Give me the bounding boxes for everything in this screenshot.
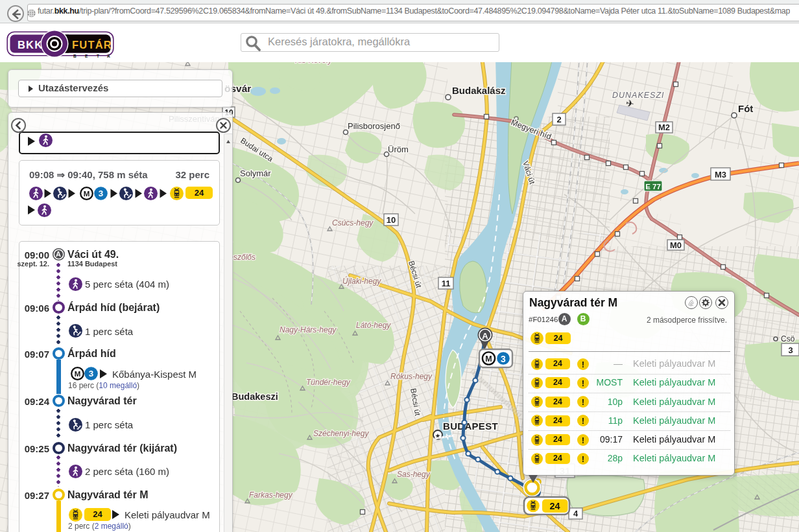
svg-text:A: A	[107, 54, 110, 58]
svg-text:Rókus-hegy: Rókus-hegy	[390, 372, 433, 381]
svg-text:2: 2	[556, 115, 561, 124]
svg-text:Üröm: Üröm	[388, 145, 409, 154]
svg-text:M3: M3	[715, 170, 726, 179]
svg-text:Fót: Fót	[738, 103, 753, 114]
svg-text:Pilisborosjenő: Pilisborosjenő	[348, 121, 400, 131]
svg-text:!: !	[582, 435, 585, 445]
svg-text:Tündér-hegy: Tündér-hegy	[306, 378, 351, 387]
svg-text:!: !	[582, 397, 585, 407]
svg-text:M2: M2	[658, 122, 670, 132]
svg-text:Csúcs-hegy: Csúcs-hegy	[332, 218, 374, 227]
svg-text:E: E	[85, 54, 88, 58]
svg-text:Széchenyi-hegy: Széchenyi-hegy	[313, 429, 369, 438]
svg-text:Budakalász: Budakalász	[452, 85, 506, 96]
svg-text:M: M	[84, 189, 90, 197]
svg-text:Farkas-hegy: Farkas-hegy	[249, 491, 293, 500]
svg-text:3: 3	[99, 189, 104, 198]
svg-text:M: M	[485, 354, 492, 364]
svg-text:Budakeszi: Budakeszi	[232, 391, 278, 402]
svg-text:Újlaki-hegy: Újlaki-hegy	[342, 276, 381, 286]
svg-text:11: 11	[442, 279, 451, 288]
svg-text:10: 10	[387, 215, 396, 225]
svg-text:3: 3	[788, 345, 793, 355]
svg-text:24: 24	[549, 501, 560, 511]
svg-text:DUNAKESZI: DUNAKESZI	[612, 91, 665, 100]
svg-text:A: A	[482, 331, 488, 341]
svg-text:Csö: Csö	[781, 334, 795, 343]
svg-text:BUDAPEST: BUDAPEST	[443, 421, 498, 432]
svg-text:4: 4	[573, 509, 578, 518]
svg-text:B: B	[73, 54, 77, 58]
svg-text:!: !	[582, 378, 585, 388]
svg-text:M0: M0	[670, 240, 682, 250]
svg-text:!: !	[582, 359, 585, 369]
svg-text:Solymár: Solymár	[240, 168, 271, 178]
svg-text:3: 3	[501, 354, 506, 364]
svg-text:Látó-hegy: Látó-hegy	[356, 321, 391, 330]
svg-text:!: !	[582, 416, 585, 426]
svg-text:!: !	[582, 454, 585, 464]
svg-text:Nagy-Hárs-hegy: Nagy-Hárs-hegy	[280, 325, 337, 334]
svg-text:T: T	[97, 54, 99, 58]
svg-text:BKK: BKK	[18, 39, 43, 51]
svg-text:FUTÁR: FUTÁR	[72, 39, 112, 51]
svg-text:M: M	[74, 370, 80, 378]
svg-text:3: 3	[88, 369, 93, 378]
svg-text:Sas-hegy: Sas-hegy	[397, 470, 431, 479]
svg-text:E 77: E 77	[645, 183, 661, 191]
